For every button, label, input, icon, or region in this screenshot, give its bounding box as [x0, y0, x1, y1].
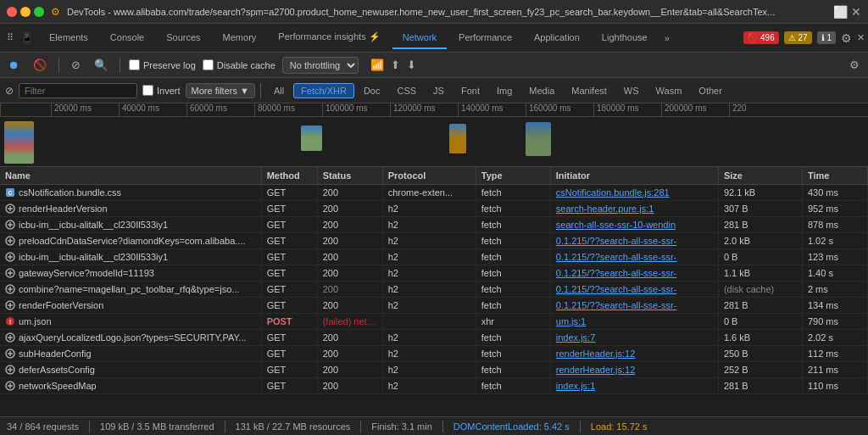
filter-type-fetchxhr[interactable]: Fetch/XHR — [293, 83, 354, 98]
initiator-link[interactable]: search-all-sse-ssr-10-wendin — [556, 220, 676, 230]
cell-initiator[interactable]: 0.1.215/??search-all-sse-ssr- — [550, 298, 718, 314]
cell-name[interactable]: preloadCdnDataService?diamondKeys=com.al… — [0, 233, 261, 249]
tab-lighthouse[interactable]: Lighthouse — [592, 27, 658, 49]
cell-initiator[interactable]: search-header.pure.js:1 — [550, 201, 718, 217]
more-filters-button[interactable]: More filters ▼ — [186, 83, 255, 98]
initiator-link[interactable]: renderHeader.js:12 — [556, 365, 636, 375]
tab-network[interactable]: Network — [392, 27, 447, 49]
preserve-log-checkbox[interactable]: Preserve log — [129, 59, 196, 70]
cell-name[interactable]: subHeaderConfig — [0, 346, 261, 362]
filter-type-js[interactable]: JS — [426, 83, 452, 98]
cell-initiator[interactable]: um.js:1 — [550, 314, 718, 330]
col-header-status[interactable]: Status — [317, 167, 382, 185]
devtools-menu-icon[interactable]: ⠿ — [3, 31, 17, 45]
cell-name[interactable]: !um.json — [0, 314, 261, 330]
filter-type-font[interactable]: Font — [453, 83, 487, 98]
more-tabs-icon[interactable]: » — [659, 30, 675, 47]
cell-initiator[interactable]: csNotification.bundle.js:281 — [550, 185, 718, 201]
initiator-link[interactable]: 0.1.215/??search-all-sse-ssr- — [556, 284, 676, 294]
cell-name[interactable]: icbu-im__icbu-alitalk__cl230Il533iy1 — [0, 217, 261, 233]
col-header-initiator[interactable]: Initiator — [550, 167, 718, 185]
cell-name[interactable]: gatewayService?modelId=11193 — [0, 265, 261, 282]
cell-name[interactable]: deferAssetsConfig — [0, 362, 261, 378]
close-btn[interactable] — [7, 7, 17, 17]
table-row[interactable]: gatewayService?modelId=11193GET200h2fetc… — [0, 265, 868, 282]
tab-performance-insights[interactable]: Performance insights ⚡ — [268, 26, 390, 49]
download-icon[interactable]: ⬇ — [405, 57, 418, 73]
preserve-log-input[interactable] — [129, 59, 140, 70]
cell-initiator[interactable]: 0.1.215/??search-all-sse-ssr- — [550, 233, 718, 249]
upload-icon[interactable]: ⬆ — [389, 57, 402, 73]
initiator-link[interactable]: 0.1.215/??search-all-sse-ssr- — [556, 252, 676, 262]
device-toolbar-icon[interactable]: 📱 — [20, 31, 34, 45]
cell-name[interactable]: renderFooterVersion — [0, 298, 261, 314]
throttling-select[interactable]: No throttling — [282, 57, 359, 74]
col-header-time[interactable]: Time — [802, 167, 867, 185]
tab-console[interactable]: Console — [100, 27, 154, 49]
filter-type-other[interactable]: Other — [691, 83, 730, 98]
search-button[interactable]: 🔍 — [91, 57, 111, 73]
tab-sources[interactable]: Sources — [156, 27, 210, 49]
filter-type-media[interactable]: Media — [521, 83, 562, 98]
close-icon[interactable]: ✕ — [851, 5, 861, 19]
col-header-type[interactable]: Type — [476, 167, 550, 185]
wifi-icon[interactable]: 📶 — [369, 57, 386, 73]
tab-memory[interactable]: Memory — [213, 27, 267, 49]
filter-input[interactable] — [25, 86, 131, 96]
cell-name[interactable]: icbu-im__icbu-alitalk__cl230Il533iy1 — [0, 249, 261, 265]
initiator-link[interactable]: index.js:1 — [556, 381, 595, 391]
filter-type-wasm[interactable]: Wasm — [648, 83, 690, 98]
close-devtools-icon[interactable]: ✕ — [857, 32, 865, 43]
maximize-btn[interactable] — [34, 7, 44, 17]
invert-checkbox[interactable]: Invert — [142, 85, 181, 96]
settings-icon-button[interactable]: ⚙ — [846, 57, 863, 73]
table-row[interactable]: subHeaderConfigGET200h2fetchrenderHeader… — [0, 346, 868, 362]
cell-initiator[interactable]: 0.1.215/??search-all-sse-ssr- — [550, 265, 718, 282]
initiator-link[interactable]: 0.1.215/??search-all-sse-ssr- — [556, 236, 676, 246]
table-row[interactable]: renderFooterVersionGET200h2fetch0.1.215/… — [0, 298, 868, 314]
network-table[interactable]: Name Method Status Protocol Type Initiat… — [0, 167, 868, 416]
cell-name[interactable]: renderHeaderVersion — [0, 201, 261, 217]
table-row[interactable]: renderHeaderVersionGET200h2fetchsearch-h… — [0, 201, 868, 217]
col-header-name[interactable]: Name — [0, 167, 261, 185]
table-row[interactable]: icbu-im__icbu-alitalk__cl230Il533iy1GET2… — [0, 217, 868, 233]
initiator-link[interactable]: 0.1.215/??search-all-sse-ssr- — [556, 268, 676, 278]
tab-performance[interactable]: Performance — [448, 27, 522, 49]
initiator-link[interactable]: um.js:1 — [556, 316, 586, 326]
cell-initiator[interactable]: 0.1.215/??search-all-sse-ssr- — [550, 282, 718, 298]
cell-initiator[interactable]: search-all-sse-ssr-10-wendin — [550, 217, 718, 233]
col-header-protocol[interactable]: Protocol — [382, 167, 476, 185]
filter-icon-button[interactable]: ⊘ — [68, 57, 84, 73]
col-header-method[interactable]: Method — [261, 167, 317, 185]
initiator-link[interactable]: renderHeader.js:12 — [556, 349, 636, 359]
cell-initiator[interactable]: renderHeader.js:12 — [550, 362, 718, 378]
table-row[interactable]: networkSpeedMapGET200h2fetchindex.js:128… — [0, 378, 868, 394]
cell-initiator[interactable]: index.js:1 — [550, 378, 718, 394]
table-row[interactable]: ajaxQueryLocalizedLogo.json?types=SECURI… — [0, 330, 868, 346]
initiator-link[interactable]: csNotification.bundle.js:281 — [556, 187, 670, 198]
filter-type-ws[interactable]: WS — [616, 83, 647, 98]
settings-icon[interactable]: ⚙ — [841, 31, 852, 45]
table-row[interactable]: deferAssetsConfigGET200h2fetchrenderHead… — [0, 362, 868, 378]
minimize-btn[interactable] — [20, 7, 31, 17]
cell-name[interactable]: CcsNotification.bundle.css — [0, 185, 261, 201]
disable-cache-input[interactable] — [203, 59, 214, 70]
initiator-link[interactable]: 0.1.215/??search-all-sse-ssr- — [556, 300, 676, 310]
table-row[interactable]: CcsNotification.bundle.cssGET200chrome-e… — [0, 185, 868, 201]
restore-icon[interactable]: ⬜ — [833, 5, 848, 19]
filter-type-manifest[interactable]: Manifest — [564, 83, 615, 98]
cell-name[interactable]: networkSpeedMap — [0, 378, 261, 394]
tab-application[interactable]: Application — [524, 27, 590, 49]
table-row[interactable]: combine?name=magellan_pc_toolbar_rfq&typ… — [0, 282, 868, 298]
col-header-size[interactable]: Size — [718, 167, 802, 185]
filter-type-all[interactable]: All — [266, 83, 292, 98]
cell-initiator[interactable]: index.js:7 — [550, 330, 718, 346]
cell-initiator[interactable]: renderHeader.js:12 — [550, 346, 718, 362]
table-row[interactable]: icbu-im__icbu-alitalk__cl230Il533iy1GET2… — [0, 249, 868, 265]
tab-elements[interactable]: Elements — [39, 27, 98, 49]
table-row[interactable]: preloadCdnDataService?diamondKeys=com.al… — [0, 233, 868, 249]
cell-initiator[interactable]: 0.1.215/??search-all-sse-ssr- — [550, 249, 718, 265]
disable-cache-checkbox[interactable]: Disable cache — [203, 59, 275, 70]
invert-input[interactable] — [142, 85, 153, 96]
clear-button[interactable]: 🚫 — [30, 57, 50, 73]
